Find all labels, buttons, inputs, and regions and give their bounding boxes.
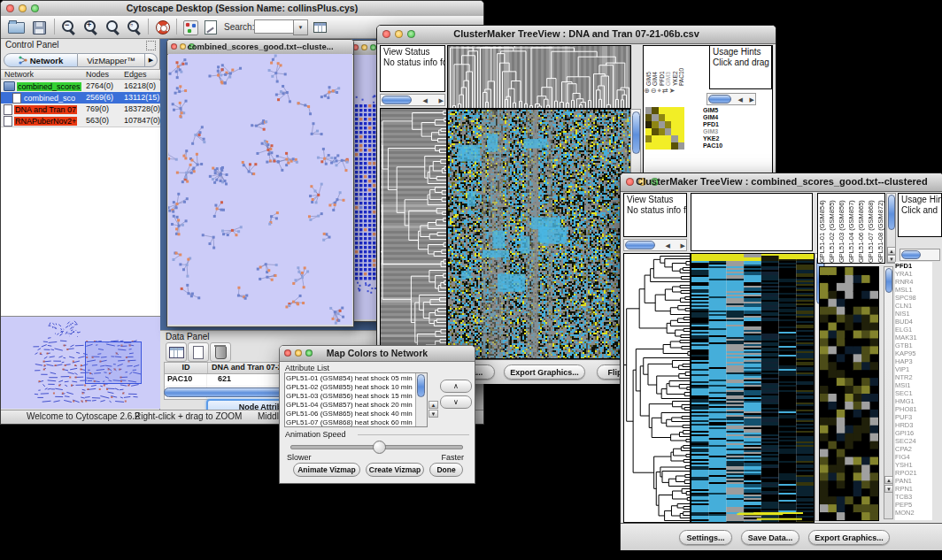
- vscroll-thumb[interactable]: [632, 111, 640, 154]
- network-row[interactable]: RNAPuberNov2+563(0)107847(0): [1, 115, 160, 127]
- tv1-column-dendrogram[interactable]: [447, 45, 631, 109]
- annotation-button[interactable]: [201, 19, 220, 36]
- vscroll-thumb[interactable]: [888, 195, 895, 230]
- tv2-left-hscrollbar[interactable]: ◀ ▶: [623, 239, 687, 251]
- create-vizmap-button[interactable]: Create Vizmap: [366, 463, 424, 477]
- network-row[interactable]: combined_scores2764(0)16218(0): [1, 81, 160, 92]
- matrix-cell[interactable]: [652, 142, 658, 150]
- attribute-item[interactable]: GPL51-04 (GSM857) heat shock 20 min: [286, 401, 415, 410]
- tv2-collabel-vscrollbar[interactable]: ▲ ▼: [886, 193, 896, 264]
- pointer-icon[interactable]: ➤: [669, 87, 676, 95]
- tv1-row-dendrogram[interactable]: [380, 108, 447, 359]
- network1-titlebar[interactable]: combined_scores_good.txt--cluste...: [167, 40, 353, 55]
- matrix-cell[interactable]: [671, 142, 677, 150]
- network1-canvas-area[interactable]: [168, 54, 352, 325]
- matrix-cell[interactable]: [645, 107, 652, 114]
- attribute-list[interactable]: GPL51-01 (GSM854) heat shock 05 minGPL51…: [284, 372, 428, 427]
- scroll-up-icon[interactable]: ▲: [887, 247, 896, 255]
- matrix-cell[interactable]: [665, 142, 671, 150]
- tv2-zoom-vscrollbar[interactable]: ▲ ▼: [884, 266, 893, 519]
- matrix-cell[interactable]: [645, 114, 652, 121]
- matrix-cell[interactable]: [665, 121, 671, 128]
- scroll-down-icon[interactable]: ▼: [884, 485, 893, 493]
- animate-vizmap-button[interactable]: Animate Vizmap: [293, 463, 360, 477]
- scroll-right-icon[interactable]: ▶: [681, 242, 685, 249]
- matrix-cell[interactable]: [652, 107, 658, 114]
- tv1-zoom-hscrollbar[interactable]: ◀ ▶: [706, 93, 756, 105]
- vizmapper-button[interactable]: [181, 19, 200, 36]
- vscroll-thumb[interactable]: [417, 374, 425, 397]
- matrix-cell[interactable]: [652, 114, 658, 121]
- attribute-item[interactable]: GPL51-06 (GSM865) heat shock 40 min: [286, 410, 415, 418]
- hscroll-thumb[interactable]: [625, 241, 655, 249]
- export-graphics-button[interactable]: Export Graphics...: [504, 364, 585, 380]
- attribute-item[interactable]: GPL51-03 (GSM856) heat shock 15 min: [286, 392, 415, 401]
- network-overview-panel[interactable]: [1, 316, 160, 409]
- tv1-heatmap[interactable]: [447, 109, 631, 359]
- matrix-cell[interactable]: [678, 121, 684, 128]
- treeview1-titlebar[interactable]: ClusterMaker TreeView : DNA and Tran 07-…: [377, 26, 776, 44]
- hscroll-thumb[interactable]: [901, 250, 921, 259]
- main-titlebar[interactable]: Cytoscape Desktop (Session Name: collins…: [1, 1, 483, 17]
- matrix-cell[interactable]: [678, 128, 684, 135]
- create-attribute-button[interactable]: [188, 342, 209, 362]
- scroll-right-icon[interactable]: ▶: [750, 96, 754, 103]
- search-input[interactable]: [254, 19, 295, 34]
- delete-attribute-button[interactable]: [210, 342, 231, 362]
- scroll-left-icon[interactable]: ◀: [738, 96, 743, 103]
- zoom-window-icon[interactable]: [370, 44, 376, 50]
- matrix-cell[interactable]: [645, 142, 652, 150]
- search-dropdown-button[interactable]: ▼: [293, 19, 308, 35]
- float-panel-icon[interactable]: [146, 41, 156, 50]
- matrix-cell[interactable]: [652, 135, 658, 142]
- matrix-cell[interactable]: [671, 135, 677, 142]
- save-button[interactable]: [29, 19, 49, 36]
- select-attributes-button[interactable]: [166, 342, 187, 362]
- scroll-down-icon[interactable]: ▼: [429, 410, 438, 418]
- matrix-cell[interactable]: [659, 128, 665, 135]
- overview-viewport-rect[interactable]: [85, 341, 142, 384]
- tv2-heatmap[interactable]: [691, 253, 815, 523]
- matrix-cell[interactable]: [671, 107, 677, 114]
- scroll-left-icon[interactable]: ◀: [666, 242, 670, 249]
- scroll-up-icon[interactable]: ▲: [429, 401, 438, 409]
- treeview2-titlebar[interactable]: ClusterMaker TreeView : combined_scores_…: [621, 173, 942, 192]
- minimize-icon[interactable]: [361, 44, 367, 50]
- matrix-cell[interactable]: [645, 121, 652, 128]
- matrix-cell[interactable]: [652, 121, 658, 128]
- matrix-cell[interactable]: [665, 135, 671, 142]
- zoom-out-button[interactable]: −: [59, 19, 79, 36]
- matrix-cell[interactable]: [671, 114, 677, 121]
- tv1-left-hscrollbar[interactable]: ◀ ▶: [380, 94, 445, 106]
- matrix-cell[interactable]: [665, 128, 671, 135]
- tab-vizmapper[interactable]: VizMapper™: [78, 53, 145, 67]
- tab-network[interactable]: Network: [4, 53, 78, 67]
- matrix-cell[interactable]: [678, 142, 684, 150]
- network-row[interactable]: DNA and Tran 07769(0)183728(0): [1, 104, 160, 115]
- animation-speed-slider[interactable]: [290, 445, 463, 449]
- move-up-button[interactable]: ∧: [440, 380, 472, 393]
- scroll-right-icon[interactable]: ▶: [439, 97, 444, 104]
- zoom-in-button[interactable]: +: [81, 19, 101, 36]
- hscroll-thumb[interactable]: [382, 96, 412, 104]
- zoom-selected-button[interactable]: ▫: [125, 19, 144, 36]
- tab-overflow-arrow[interactable]: ▶: [145, 53, 158, 67]
- table-panel-button[interactable]: [310, 19, 329, 36]
- zoom-fit-button[interactable]: [104, 19, 123, 36]
- help-button[interactable]: [153, 19, 173, 36]
- slider-thumb[interactable]: [373, 441, 386, 454]
- dialog-titlebar[interactable]: Map Colors to Network: [280, 346, 475, 362]
- matrix-cell[interactable]: [659, 114, 665, 121]
- attribute-item[interactable]: GPL51-02 (GSM855) heat shock 10 min: [286, 383, 415, 392]
- network-row[interactable]: combined_sco2569(6)13112(15): [1, 92, 160, 104]
- tv2-row-dendrogram[interactable]: [623, 253, 691, 523]
- matrix-cell[interactable]: [659, 142, 665, 150]
- matrix-cell[interactable]: [659, 121, 665, 128]
- matrix-cell[interactable]: [671, 128, 677, 135]
- scroll-up-icon[interactable]: ▲: [884, 476, 893, 484]
- matrix-cell[interactable]: [678, 114, 684, 121]
- matrix-cell[interactable]: [665, 107, 671, 114]
- matrix-cell[interactable]: [665, 114, 671, 121]
- attribute-list-vscrollbar[interactable]: [415, 373, 427, 426]
- matrix-cell[interactable]: [659, 135, 665, 142]
